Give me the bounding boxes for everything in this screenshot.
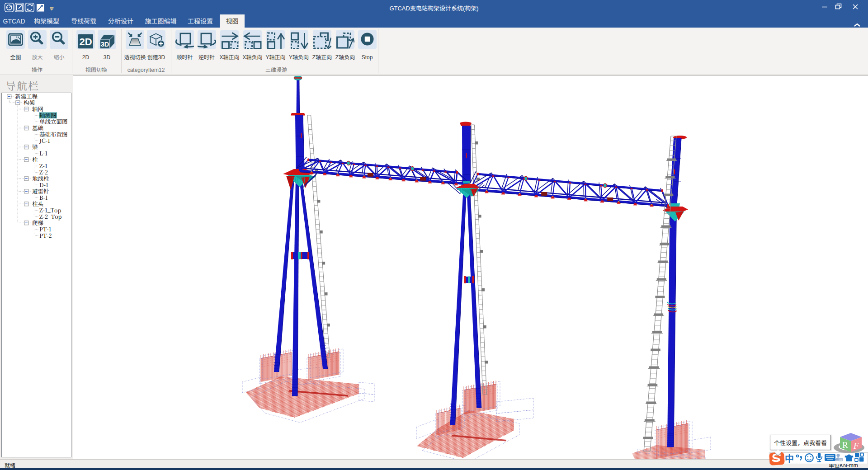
svg-text:3D: 3D bbox=[101, 41, 109, 48]
svg-text:JC-1: JC-1 bbox=[39, 136, 50, 145]
svg-text:L-1: L-1 bbox=[39, 149, 47, 157]
svg-text:R: R bbox=[842, 440, 848, 450]
svg-text:单线立面图: 单线立面图 bbox=[39, 118, 68, 126]
svg-text:梁: 梁 bbox=[32, 143, 38, 151]
svg-text:柱: 柱 bbox=[32, 155, 38, 164]
svg-text:F: F bbox=[853, 441, 859, 451]
svg-text:中: 中 bbox=[785, 451, 794, 465]
svg-text:2D: 2D bbox=[79, 36, 92, 47]
svg-text:31: 31 bbox=[839, 458, 843, 461]
svg-text:PT-2: PT-2 bbox=[39, 231, 52, 240]
